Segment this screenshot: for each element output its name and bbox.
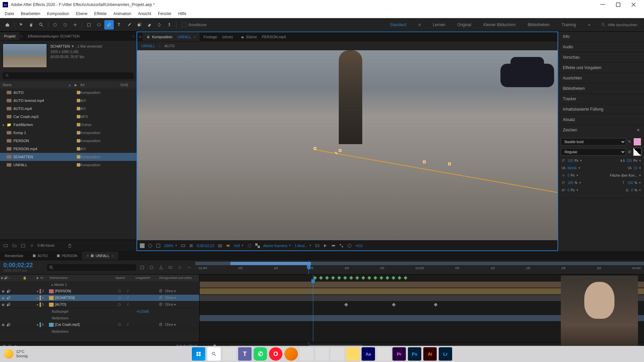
parent-dropdown[interactable]: Ohne ▾ xyxy=(165,303,176,306)
project-search[interactable] xyxy=(3,72,134,79)
menu-bearbeiten[interactable]: Bearbeiten xyxy=(17,10,44,17)
camera-dropdown[interactable]: Aktive Kamera ▼ xyxy=(263,244,291,248)
layer-label-color[interactable] xyxy=(40,289,41,294)
quality-switch[interactable]: / xyxy=(127,303,131,307)
shy-switch[interactable]: ⬡ xyxy=(118,289,122,293)
keyframe[interactable] xyxy=(434,303,437,306)
collapse-switch[interactable] xyxy=(123,296,127,300)
layer-name[interactable]: AUTO xyxy=(55,303,115,306)
audio-toggle[interactable]: 🔊 xyxy=(6,322,11,327)
panel-ausrichten[interactable]: Ausrichten xyxy=(558,73,644,83)
timeline-timecode[interactable]: 0;00;02;22 00082 (29,97 fps) xyxy=(0,260,44,274)
transparency-grid-icon[interactable] xyxy=(255,243,260,248)
mask-vertex[interactable] xyxy=(314,147,316,150)
mask-vertex[interactable] xyxy=(339,149,341,152)
layer-label-color[interactable] xyxy=(40,296,41,300)
parent-dropdown[interactable]: Ohne ▾ xyxy=(165,289,176,293)
collapse-switch[interactable] xyxy=(123,323,127,327)
keyframe[interactable] xyxy=(325,276,329,280)
taskbar-explorer[interactable] xyxy=(346,347,360,361)
visibility-toggle[interactable]: ◉ xyxy=(1,302,5,307)
trash-icon[interactable] xyxy=(67,243,73,249)
layer-twirl[interactable]: ▸ xyxy=(36,303,40,306)
col-type[interactable]: Art xyxy=(80,83,120,87)
resolution-dropdown[interactable]: Voll ▼ xyxy=(234,244,244,248)
fill-color-swatch[interactable] xyxy=(633,138,641,146)
composition-viewer[interactable]: ✎ xyxy=(137,50,557,240)
layer-name[interactable]: Car Crash.mp3 xyxy=(55,323,115,326)
tsume-value[interactable]: 0 xyxy=(631,188,633,192)
layer-twirl[interactable]: ▸ xyxy=(36,289,40,293)
eye-column-icon[interactable]: ◉ xyxy=(1,276,3,280)
taskbar-app[interactable] xyxy=(377,347,390,361)
project-item[interactable]: PERSON.mp4AVI xyxy=(0,145,137,153)
layer-twirl[interactable]: ▸ xyxy=(36,323,40,326)
taskbar-illustrator[interactable]: Ai xyxy=(423,347,437,361)
taskbar-lightroom[interactable]: Lr xyxy=(439,347,452,361)
timeline-layer-row[interactable]: ◉🔊▸3PERSON⬡/@Ohne ▾ xyxy=(0,288,199,295)
zoom-tool[interactable] xyxy=(37,20,46,29)
label-color[interactable] xyxy=(77,147,80,150)
character-panel-label[interactable]: Zeichen xyxy=(563,128,577,132)
col-size[interactable]: Größ xyxy=(120,83,134,87)
layer-label-color[interactable] xyxy=(40,322,41,327)
visibility-toggle[interactable]: ◉ xyxy=(1,322,5,327)
audio-toggle[interactable]: 🔊 xyxy=(6,289,11,294)
taskbar-taskview[interactable] xyxy=(223,347,236,361)
alpha-toggle-icon[interactable] xyxy=(140,243,145,248)
menu-hilfe[interactable]: Hilfe xyxy=(175,10,190,17)
shy-switch[interactable]: ⬡ xyxy=(118,323,122,327)
audio-column-icon[interactable]: 🔊 xyxy=(4,276,8,280)
close-button[interactable] xyxy=(626,0,641,9)
label-color[interactable] xyxy=(77,99,80,102)
vscale-value[interactable]: 100 xyxy=(568,181,573,185)
taskbar-app[interactable] xyxy=(300,347,313,361)
no-fill-icon[interactable]: ⊘ xyxy=(628,149,631,154)
project-item[interactable]: Car Crash.mp3MP3 xyxy=(0,113,137,121)
timeline-property-row[interactable]: Audiopegel+0,00dB xyxy=(0,308,199,315)
new-comp-icon[interactable] xyxy=(20,243,26,249)
exposure-value[interactable]: +0,0 xyxy=(355,244,363,248)
label-color[interactable] xyxy=(77,155,80,159)
shy-switch[interactable]: ⬡ xyxy=(118,303,122,307)
font-size-value[interactable]: 100 xyxy=(568,159,573,163)
taskbar-photoshop[interactable]: Ps xyxy=(408,347,421,361)
workspace-kleiner[interactable]: Kleiner Bildschirm xyxy=(477,20,522,29)
work-area-bar[interactable] xyxy=(230,262,311,265)
breadcrumb-item[interactable]: AUTO xyxy=(164,44,174,48)
taskbar-teams[interactable]: T xyxy=(238,347,252,361)
eraser-tool[interactable] xyxy=(145,20,154,29)
label-column-icon[interactable]: ◆ xyxy=(36,276,40,280)
taskbar-premiere[interactable]: Pr xyxy=(392,347,406,361)
quality-switch[interactable]: / xyxy=(127,296,131,300)
graph-editor-icon[interactable] xyxy=(186,264,193,271)
col-name[interactable]: Name▲ xyxy=(3,83,74,87)
close-tab-icon[interactable]: × xyxy=(137,35,141,39)
keyframe[interactable] xyxy=(397,276,401,280)
effect-controls-tab[interactable]: Effekteinstellungen SCHATTEN xyxy=(24,32,84,40)
breadcrumb-item[interactable]: UNFALL xyxy=(141,44,155,48)
reset-exposure-icon[interactable] xyxy=(347,243,352,248)
project-item[interactable]: Komp 1Komposition xyxy=(0,129,137,137)
keyframe[interactable] xyxy=(367,276,371,280)
project-item[interactable]: SCHATTENKomposition xyxy=(0,153,137,161)
menu-ebene[interactable]: Ebene xyxy=(72,10,91,17)
menu-datei[interactable]: Datei xyxy=(1,10,17,17)
keyframe[interactable] xyxy=(404,276,407,280)
timeline-layer-row[interactable]: ◉🔊▸5AUTO⬡/@Ohne ▾ xyxy=(0,301,199,308)
panel-effekte[interactable]: Effekte und Vorgaben xyxy=(558,63,644,73)
tab-auto[interactable]: AUTO xyxy=(28,252,52,260)
resolution-icon[interactable] xyxy=(181,243,185,248)
project-item[interactable]: AUTOKomposition xyxy=(0,88,137,97)
timeline-icon[interactable] xyxy=(331,243,336,248)
comp-tab-unfall[interactable]: Komposition UNFALL ≡ xyxy=(143,33,200,41)
pen-tool[interactable] xyxy=(104,20,114,29)
pixel-aspect-icon[interactable] xyxy=(315,243,320,248)
font-style-select[interactable]: Regular xyxy=(561,148,626,156)
taskbar-firefox[interactable] xyxy=(284,347,298,361)
panel-info[interactable]: Info xyxy=(558,32,644,42)
layer-twirl[interactable]: ▸ xyxy=(36,296,40,300)
timeline-ruler[interactable]: 02:00f05f10f15f20f25f03:00f05f10f15f20f2… xyxy=(195,260,644,274)
taskbar-whatsapp[interactable]: ✆ xyxy=(254,347,267,361)
pickwhip-icon[interactable]: @ xyxy=(159,289,164,294)
